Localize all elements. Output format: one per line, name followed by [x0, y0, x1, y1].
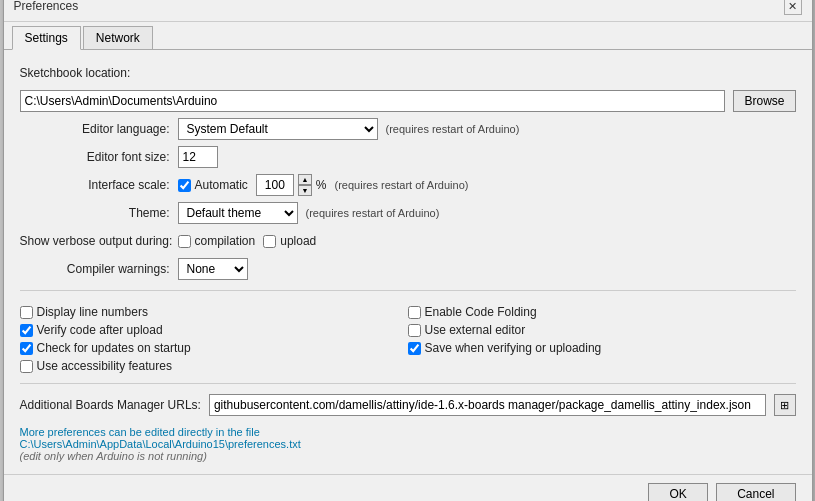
editor-language-label: Editor language: — [20, 122, 170, 136]
accessibility-label: Use accessibility features — [37, 359, 172, 373]
verify-code-label: Verify code after upload — [37, 323, 163, 337]
editor-font-row: Editor font size: — [20, 146, 796, 168]
verbose-row: Show verbose output during: compilation … — [20, 230, 796, 252]
editor-font-input[interactable] — [178, 146, 218, 168]
close-button[interactable]: ✕ — [784, 0, 802, 15]
theme-label: Theme: — [20, 206, 170, 220]
boards-url-row: Additional Boards Manager URLs: ⊞ — [20, 394, 796, 416]
editor-language-row: Editor language: System Default (require… — [20, 118, 796, 140]
checkboxes-right: Enable Code Folding Use external editor … — [408, 305, 796, 373]
verbose-compilation-label: compilation — [195, 234, 256, 248]
interface-scale-label: Interface scale: — [20, 178, 170, 192]
theme-note: (requires restart of Arduino) — [306, 207, 440, 219]
sketchbook-input[interactable] — [20, 90, 726, 112]
checkbox-check-updates: Check for updates on startup — [20, 341, 408, 355]
boards-url-icon-button[interactable]: ⊞ — [774, 394, 796, 416]
boards-url-input[interactable] — [209, 394, 766, 416]
editor-language-select[interactable]: System Default — [178, 118, 378, 140]
settings-content: Sketchbook location: Browse Editor langu… — [4, 50, 812, 474]
compiler-warnings-label: Compiler warnings: — [20, 262, 170, 276]
tab-network[interactable]: Network — [83, 26, 153, 49]
verbose-compilation: compilation — [178, 234, 256, 248]
verify-code-checkbox[interactable] — [20, 324, 33, 337]
interface-scale-checkbox[interactable] — [178, 179, 191, 192]
checkbox-accessibility: Use accessibility features — [20, 359, 408, 373]
external-editor-label: Use external editor — [425, 323, 526, 337]
cancel-button[interactable]: Cancel — [716, 483, 795, 501]
spinner-buttons: ▲ ▼ — [298, 174, 312, 196]
interface-scale-auto: Automatic — [178, 178, 248, 192]
checkbox-save-verifying: Save when verifying or uploading — [408, 341, 796, 355]
verbose-upload-checkbox[interactable] — [263, 235, 276, 248]
checkbox-external-editor: Use external editor — [408, 323, 796, 337]
external-editor-checkbox[interactable] — [408, 324, 421, 337]
checkbox-verify-code: Verify code after upload — [20, 323, 408, 337]
preferences-dialog: Preferences ✕ Settings Network Sketchboo… — [3, 0, 813, 501]
editor-font-label: Editor font size: — [20, 150, 170, 164]
info-section: More preferences can be edited directly … — [20, 426, 796, 462]
ok-button[interactable]: OK — [648, 483, 708, 501]
separator — [20, 290, 796, 291]
editor-language-note: (requires restart of Arduino) — [386, 123, 520, 135]
verbose-upload: upload — [263, 234, 316, 248]
spinner-up[interactable]: ▲ — [298, 174, 312, 185]
sketchbook-row: Sketchbook location: — [20, 62, 796, 84]
checkbox-code-folding: Enable Code Folding — [408, 305, 796, 319]
tab-bar: Settings Network — [4, 22, 812, 50]
browse-button[interactable]: Browse — [733, 90, 795, 112]
check-updates-label: Check for updates on startup — [37, 341, 191, 355]
interface-scale-note: (requires restart of Arduino) — [335, 179, 469, 191]
separator-2 — [20, 383, 796, 384]
title-bar: Preferences ✕ — [4, 0, 812, 22]
info-note: (edit only when Arduino is not running) — [20, 450, 796, 462]
verbose-compilation-checkbox[interactable] — [178, 235, 191, 248]
display-line-numbers-checkbox[interactable] — [20, 306, 33, 319]
code-folding-label: Enable Code Folding — [425, 305, 537, 319]
verbose-label: Show verbose output during: — [20, 234, 170, 248]
save-verifying-label: Save when verifying or uploading — [425, 341, 602, 355]
boards-url-label: Additional Boards Manager URLs: — [20, 398, 201, 412]
save-verifying-checkbox[interactable] — [408, 342, 421, 355]
tab-settings[interactable]: Settings — [12, 26, 81, 50]
code-folding-checkbox[interactable] — [408, 306, 421, 319]
info-text: More preferences can be edited directly … — [20, 426, 796, 438]
spinner-down[interactable]: ▼ — [298, 185, 312, 196]
checkbox-display-line-numbers: Display line numbers — [20, 305, 408, 319]
interface-scale-unit: % — [316, 178, 327, 192]
accessibility-checkbox[interactable] — [20, 360, 33, 373]
interface-scale-input[interactable] — [256, 174, 294, 196]
footer: OK Cancel — [4, 474, 812, 501]
sketchbook-label: Sketchbook location: — [20, 66, 131, 80]
verbose-upload-label: upload — [280, 234, 316, 248]
checkboxes-left: Display line numbers Verify code after u… — [20, 305, 408, 373]
display-line-numbers-label: Display line numbers — [37, 305, 148, 319]
interface-scale-auto-label: Automatic — [195, 178, 248, 192]
interface-scale-spinner: ▲ ▼ % — [256, 174, 327, 196]
theme-select[interactable]: Default theme — [178, 202, 298, 224]
info-path: C:\Users\Admin\AppData\Local\Arduino15\p… — [20, 438, 796, 450]
dialog-title: Preferences — [14, 0, 79, 13]
check-updates-checkbox[interactable] — [20, 342, 33, 355]
sketchbook-input-row: Browse — [20, 90, 796, 112]
compiler-warnings-select[interactable]: None — [178, 258, 248, 280]
interface-scale-row: Interface scale: Automatic ▲ ▼ % (requir… — [20, 174, 796, 196]
theme-row: Theme: Default theme (requires restart o… — [20, 202, 796, 224]
compiler-warnings-row: Compiler warnings: None — [20, 258, 796, 280]
checkboxes-section: Display line numbers Verify code after u… — [20, 305, 796, 373]
